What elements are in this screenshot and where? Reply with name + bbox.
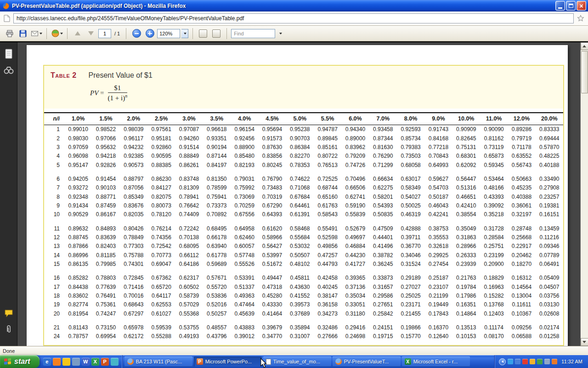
value-cell: 0.80722 [314, 152, 341, 161]
show-desktop-icon[interactable] [72, 358, 80, 366]
value-cell: 0.97087 [175, 125, 203, 134]
taskbar-button[interactable]: Time_value_of_mo... [263, 356, 331, 367]
value-cell: 0.62460 [231, 233, 258, 242]
scroll-up-button[interactable] [581, 42, 588, 50]
value-cell: 0.39573 [286, 300, 314, 309]
value-cell: 0.53464 [480, 170, 508, 184]
value-cell: 0.91454 [92, 170, 119, 184]
save-button[interactable] [17, 28, 29, 40]
email-button[interactable] [30, 28, 42, 40]
comments-icon[interactable] [4, 309, 13, 317]
value-cell: 0.50025 [397, 201, 424, 210]
bookmark-star-icon[interactable] [577, 15, 584, 22]
table-row: 90.914340.874590.836760.800730.766420.73… [44, 201, 563, 210]
next-page-button[interactable] [85, 28, 97, 40]
print-button[interactable] [4, 28, 16, 40]
acrobat-online-button[interactable] [51, 28, 63, 40]
acrobat-online-dropdown-icon [60, 33, 63, 34]
page-total-label: / 1 [114, 31, 120, 36]
network-icon[interactable] [552, 359, 557, 364]
table-row: 170.844380.776390.714160.657200.605020.5… [44, 282, 563, 291]
value-cell: 0.74622 [286, 170, 314, 184]
value-cell: 0.81143 [64, 318, 92, 332]
value-cell: 0.84127 [147, 184, 175, 192]
scrollbar-thumb[interactable] [581, 51, 588, 93]
previous-page-button[interactable] [72, 28, 84, 40]
table-row: 210.811430.731500.659780.595390.537550.4… [44, 318, 563, 332]
col-header: 3.0% [175, 113, 203, 125]
value-cell: 0.77218 [424, 143, 452, 152]
value-cell: 0.50663 [508, 170, 535, 184]
excel-icon[interactable]: X [91, 358, 99, 366]
scroll-mode-button[interactable] [197, 28, 209, 40]
taskbar-button[interactable]: BA 213 W11 (Pasc... [124, 356, 192, 367]
url-input[interactable]: http://classes.lanecc.edu/file.php/24555… [13, 13, 574, 23]
fit-page-button[interactable] [210, 28, 222, 40]
value-cell: 0.06588 [508, 332, 535, 341]
value-cell: 0.25668 [508, 233, 535, 242]
table-row: 10.990100.985220.980390.975610.970870.96… [44, 125, 563, 134]
value-cell: 0.73373 [203, 201, 231, 210]
word-icon[interactable]: W [82, 358, 90, 366]
media-player-icon[interactable] [111, 358, 119, 366]
volume-icon[interactable] [515, 359, 520, 364]
attachments-icon[interactable] [6, 325, 12, 334]
find-dropdown-button[interactable] [277, 28, 284, 40]
taskbar-button[interactable]: PMicrosoft PowerPo... [194, 356, 262, 367]
value-cell: 0.86996 [64, 251, 92, 260]
value-cell: 0.87344 [369, 134, 397, 143]
value-cell: 0.75941 [203, 192, 231, 201]
start-button[interactable]: start [0, 355, 40, 368]
value-cell: 0.24151 [369, 318, 397, 332]
vertical-scrollbar[interactable] [580, 42, 588, 346]
value-cell: 0.99010 [64, 125, 92, 134]
search-binoculars-icon[interactable] [4, 66, 14, 75]
value-cell: 0.09346 [536, 242, 563, 251]
page-number-input[interactable] [98, 29, 111, 38]
value-cell: 0.70319 [258, 192, 286, 201]
value-cell: 0.64117 [147, 292, 175, 300]
find-input[interactable] [231, 29, 275, 38]
status-text: Done [3, 348, 15, 354]
wireless-icon[interactable] [530, 359, 535, 364]
value-cell: 0.88797 [120, 170, 147, 184]
value-cell: 0.60057 [231, 242, 258, 251]
value-cell: 0.68744 [314, 184, 341, 192]
value-cell: 0.40188 [536, 161, 563, 170]
value-cell: 0.50507 [286, 251, 314, 260]
powerpoint-icon[interactable]: P [101, 358, 109, 366]
display-icon[interactable] [544, 359, 550, 364]
internet-explorer-icon[interactable]: e [43, 358, 51, 366]
hidden-icons-chevron[interactable] [499, 358, 506, 365]
taskbar-button[interactable]: PV-PresentValueT... [333, 356, 401, 367]
value-cell: 0.29189 [397, 269, 424, 282]
zoom-in-button[interactable] [144, 28, 156, 40]
value-cell: 0.38782 [369, 251, 397, 260]
value-cell: 0.43796 [203, 332, 231, 341]
taskbar-button[interactable]: XMicrosoft Excel - r... [402, 356, 470, 367]
taskbar-button-label: Microsoft Excel - r... [413, 359, 458, 364]
value-cell: 0.56447 [452, 170, 480, 184]
maximize-button[interactable] [566, 1, 576, 11]
value-cell: 0.87144 [203, 152, 231, 161]
zoom-level-value[interactable]: 120% [157, 29, 180, 38]
minimize-button[interactable] [555, 1, 565, 11]
close-button[interactable]: × [577, 1, 586, 11]
firefox-icon[interactable] [53, 358, 61, 366]
value-cell: 0.27908 [536, 184, 563, 192]
value-cell: 0.72525 [314, 170, 341, 184]
update-icon[interactable] [537, 359, 543, 364]
value-cell: 0.21763 [452, 269, 480, 282]
value-cell: 0.90595 [147, 152, 175, 161]
value-cell: 0.39679 [258, 318, 286, 332]
zoom-dropdown-button[interactable] [181, 29, 188, 38]
outlook-icon[interactable] [62, 358, 70, 366]
value-cell: 0.49447 [258, 269, 286, 282]
antivirus-icon[interactable] [522, 359, 528, 364]
zoom-out-button[interactable] [130, 28, 142, 40]
scroll-down-button[interactable] [581, 338, 588, 346]
pages-icon[interactable] [5, 49, 13, 59]
value-cell: 0.55684 [286, 233, 314, 242]
value-cell: 0.36245 [369, 260, 397, 269]
messenger-icon[interactable] [508, 359, 513, 364]
